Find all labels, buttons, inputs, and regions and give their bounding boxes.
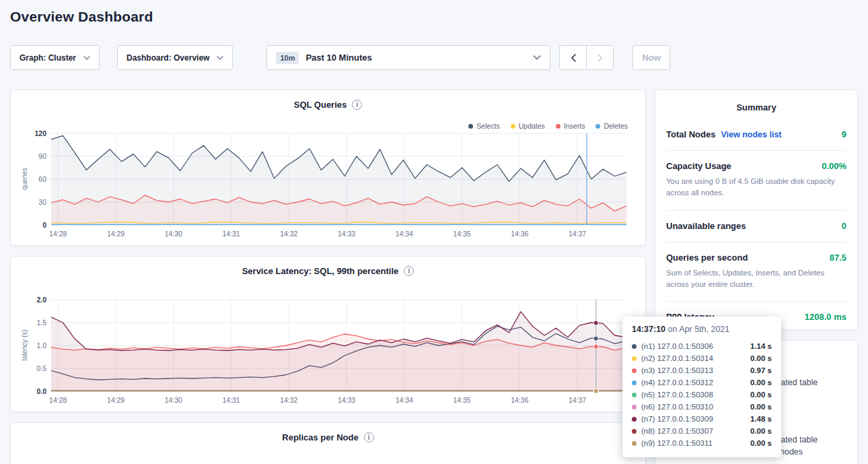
now-button: Now <box>632 45 670 70</box>
svg-text:14:33: 14:33 <box>338 396 355 404</box>
svg-text:14:36: 14:36 <box>511 230 528 238</box>
svg-text:120: 120 <box>34 129 46 137</box>
chart-tooltip: 14:37:10 on Apr 5th, 2021 (n1) 127.0.0.1… <box>622 317 781 457</box>
node-color-dot <box>632 344 637 349</box>
chevron-down-icon <box>217 56 223 60</box>
summary-description: You are using 0 B of 4.5 GiB usable disk… <box>666 176 846 199</box>
svg-text:90: 90 <box>38 152 46 160</box>
tooltip-node: (n9) 127.0.0.1:50311 <box>641 439 713 447</box>
info-icon[interactable]: i <box>404 266 414 276</box>
svg-text:14:30: 14:30 <box>165 230 182 238</box>
summary-description: Sum of Selects, Updates, Inserts, and De… <box>666 267 846 291</box>
svg-text:1.0: 1.0 <box>36 341 46 350</box>
tooltip-row: (n7) 127.0.0.1:50309 1.48 s <box>632 413 772 425</box>
tooltip-node: (n1) 127.0.0.1:50306 <box>641 342 713 350</box>
node-color-dot <box>632 441 637 446</box>
summary-title: Summary <box>655 102 857 112</box>
event-item[interactable]: nodes <box>780 447 803 457</box>
tooltip-node: (n5) 127.0.0.1:50308 <box>641 391 713 399</box>
svg-text:14:35: 14:35 <box>453 230 470 238</box>
svg-text:30: 30 <box>38 198 46 206</box>
tooltip-node: (n4) 127.0.0.1:50312 <box>641 378 713 387</box>
svg-text:14:31: 14:31 <box>222 396 240 404</box>
summary-label: Total Nodes <box>666 129 715 139</box>
svg-text:14:34: 14:34 <box>396 230 413 238</box>
legend-dot <box>595 124 600 129</box>
summary-row-queries-per-second: Queries per second 87.5 Sum of Selects, … <box>666 242 846 302</box>
legend-dot <box>511 124 515 129</box>
node-color-dot <box>632 393 637 397</box>
tooltip-row: (n9) 127.0.0.1:50311 0.00 s <box>632 437 772 449</box>
summary-row-capacity-usage: Capacity Usage 0.00% You are using 0 B o… <box>666 151 846 211</box>
svg-text:1.5: 1.5 <box>36 319 46 327</box>
chart-title-row: Replicas per Node i <box>11 432 645 442</box>
tooltip-value: 1.14 s <box>750 342 772 350</box>
tooltip-row: (n4) 127.0.0.1:50312 0.00 s <box>632 376 772 389</box>
summary-value: 0.00% <box>822 161 846 171</box>
tooltip-value: 0.00 s <box>750 391 772 399</box>
chart-title-row: Service Latency: SQL, 99th percentile i <box>11 266 645 276</box>
info-icon[interactable]: i <box>364 432 374 442</box>
summary-value: 1208.0 ms <box>805 312 846 322</box>
time-range-badge: 10m <box>276 52 299 64</box>
node-color-dot <box>632 380 637 385</box>
tooltip-row: (n5) 127.0.0.1:50308 0.00 s <box>632 389 772 401</box>
tooltip-node: (n7) 127.0.0.1:50309 <box>641 415 713 423</box>
tooltip-value: 0.00 s <box>750 354 772 362</box>
summary-panel: Summary Total Nodes View nodes list 9 Ca… <box>655 90 858 330</box>
svg-text:2.0: 2.0 <box>36 296 46 304</box>
service-latency-panel: Service Latency: SQL, 99th percentile i … <box>10 256 646 412</box>
svg-text:14:29: 14:29 <box>107 230 124 238</box>
svg-text:14:37: 14:37 <box>569 230 586 238</box>
legend-dot <box>556 124 560 129</box>
dashboard-dropdown[interactable]: Dashboard: Overview <box>117 45 233 70</box>
node-color-dot <box>632 429 637 434</box>
summary-value: 9 <box>842 129 846 139</box>
svg-text:14:28: 14:28 <box>49 396 67 404</box>
chart-title-row: SQL Queries i <box>11 100 645 110</box>
summary-row-total-nodes: Total Nodes View nodes list 9 <box>666 119 846 151</box>
time-prev-button[interactable] <box>559 45 587 70</box>
summary-label: Queries per second <box>666 253 748 263</box>
sql-queries-chart[interactable]: 14:2814:2914:3014:3114:3214:3314:3414:35… <box>23 129 632 240</box>
summary-value: 87.5 <box>830 253 846 263</box>
dashboard-dropdown-label: Dashboard: Overview <box>126 53 209 63</box>
node-color-dot <box>632 417 637 422</box>
tooltip-row: (n6) 127.0.0.1:50310 0.00 s <box>632 401 772 413</box>
tooltip-row: (n3) 127.0.0.1:50313 0.97 s <box>632 364 772 376</box>
toolbar: Graph: Cluster Dashboard: Overview 10m P… <box>10 45 670 70</box>
page-title: Overview Dashboard <box>10 9 153 25</box>
replicas-per-node-panel: Replicas per Node i <box>10 422 646 464</box>
chevron-left-icon <box>571 54 576 62</box>
graph-dropdown[interactable]: Graph: Cluster <box>10 45 100 70</box>
view-nodes-list-link[interactable]: View nodes list <box>721 130 781 139</box>
svg-text:14:30: 14:30 <box>165 396 182 404</box>
node-color-dot <box>632 405 637 409</box>
svg-text:14:36: 14:36 <box>511 396 528 404</box>
time-next-button <box>586 45 614 70</box>
summary-label: Unavailable ranges <box>666 221 746 231</box>
svg-text:14:34: 14:34 <box>396 396 413 404</box>
tooltip-value: 0.00 s <box>750 378 772 387</box>
svg-text:0.5: 0.5 <box>36 364 46 372</box>
svg-text:0: 0 <box>42 221 46 229</box>
svg-text:14:31: 14:31 <box>222 230 240 238</box>
tooltip-time: 14:37:10 <box>632 325 665 334</box>
time-range-dropdown[interactable]: 10m Past 10 Minutes <box>266 45 550 70</box>
info-icon[interactable]: i <box>352 100 362 110</box>
chevron-right-icon <box>598 54 603 62</box>
chevron-down-icon <box>83 56 90 60</box>
svg-text:14:29: 14:29 <box>107 396 124 404</box>
svg-text:60: 60 <box>38 175 46 183</box>
service-latency-chart[interactable]: 14:2814:2914:3014:3114:3214:3314:3414:35… <box>23 296 632 406</box>
svg-text:14:32: 14:32 <box>280 230 297 238</box>
tooltip-value: 0.00 s <box>750 427 772 435</box>
node-color-dot <box>632 368 637 373</box>
graph-dropdown-label: Graph: Cluster <box>20 53 76 63</box>
svg-text:14:28: 14:28 <box>49 230 67 238</box>
time-nav-group <box>559 45 614 70</box>
summary-label: Capacity Usage <box>666 161 731 171</box>
svg-text:14:33: 14:33 <box>338 230 355 238</box>
summary-value: 0 <box>842 221 846 231</box>
replicas-per-node-title: Replicas per Node <box>282 432 358 442</box>
